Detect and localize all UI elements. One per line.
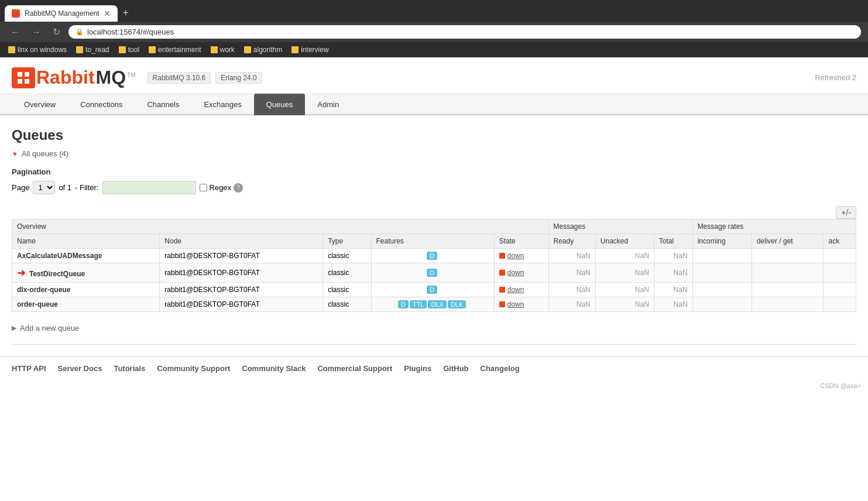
queue-unacked-cell: NaN — [595, 297, 654, 312]
footer-link-community-support[interactable]: Community Support — [157, 364, 230, 373]
regex-checkbox[interactable] — [200, 184, 207, 191]
queue-name-cell[interactable]: ➜TestDirectQueue — [12, 263, 160, 283]
state-down-indicator: down — [499, 269, 544, 277]
nav-connections[interactable]: Connections — [68, 94, 135, 115]
queue-name-link[interactable]: order-queue — [17, 300, 58, 308]
state-dot-icon — [499, 270, 505, 276]
version-badges: RabbitMQ 3.10.6 Erlang 24.0 — [147, 72, 262, 84]
nav-exchanges[interactable]: Exchanges — [191, 94, 253, 115]
queue-node-cell: rabbit1@DESKTOP-BGT0FAT — [160, 249, 323, 263]
bookmark-folder-icon — [244, 46, 251, 53]
back-button[interactable]: ← — [7, 26, 23, 39]
feature-tag[interactable]: DLK — [448, 300, 466, 308]
queue-rate-incoming-cell — [692, 263, 752, 283]
messages-group-header: Messages — [548, 219, 692, 234]
bookmark-linx[interactable]: linx on windows — [5, 44, 70, 55]
feature-tag[interactable]: D — [398, 300, 409, 308]
footer-link-changelog[interactable]: Changelog — [481, 364, 520, 373]
svg-rect-0 — [18, 72, 22, 77]
state-text[interactable]: down — [507, 252, 524, 260]
pagination-section: Pagination Page 1 of 1 - Filter: Regex ? — [12, 167, 856, 194]
regex-check: Regex ? — [200, 183, 243, 193]
queue-total-cell: NaN — [654, 263, 692, 283]
bookmarks-bar: linx on windows to_read tool entertainme… — [0, 42, 868, 57]
queues-table: Overview Messages Message rates Name Nod… — [12, 219, 856, 312]
queue-name-cell[interactable]: order-queue — [12, 297, 160, 312]
queue-name-cell[interactable]: dlx-order-queue — [12, 283, 160, 297]
nav-overview[interactable]: Overview — [12, 94, 68, 115]
queue-node-cell: rabbit1@DESKTOP-BGT0FAT — [160, 297, 323, 312]
queue-node-cell: rabbit1@DESKTOP-BGT0FAT — [160, 263, 323, 283]
regex-label: Regex — [210, 183, 232, 192]
browser-tab[interactable]: RabbitMQ Management ✕ — [5, 5, 118, 22]
nav-admin[interactable]: Admin — [305, 94, 351, 115]
address-bar: ← → ↻ 🔒 localhost:15674/#/queues — [0, 22, 868, 42]
footer-link-plugins[interactable]: Plugins — [404, 364, 431, 373]
url-bar[interactable]: 🔒 localhost:15674/#/queues — [68, 25, 861, 39]
add-queue-label: Add a new queue — [20, 324, 79, 332]
logo-rabbit: Rabbit — [36, 67, 95, 88]
page-select[interactable]: 1 — [33, 181, 55, 194]
col-name: Name — [12, 234, 160, 249]
queue-rate-incoming-cell — [692, 297, 752, 312]
feature-tag[interactable]: DLX — [428, 300, 446, 308]
queue-rate-deliver_get-cell — [752, 297, 824, 312]
footer-link-github[interactable]: GitHub — [443, 364, 468, 373]
all-queues-header[interactable]: ▼ All queues (4) — [12, 149, 856, 158]
state-text[interactable]: down — [507, 269, 524, 277]
logo-tm: TM — [127, 72, 135, 78]
bookmark-folder-icon — [119, 46, 126, 53]
new-tab-button[interactable]: + — [118, 5, 133, 22]
footer-link-community-slack[interactable]: Community Slack — [242, 364, 306, 373]
queue-features-cell: D — [371, 263, 494, 283]
footer-link-tutorials[interactable]: Tutorials — [114, 364, 145, 373]
reload-button[interactable]: ↻ — [49, 25, 64, 39]
bookmark-interview[interactable]: interview — [288, 44, 332, 55]
page-footer: HTTP APIServer DocsTutorialsCommunity Su… — [0, 356, 868, 380]
bookmark-tool[interactable]: tool — [115, 44, 143, 55]
bookmark-label: entertainment — [158, 46, 201, 54]
add-queue-toggle[interactable]: ▶ Add a new queue — [12, 324, 856, 332]
footer-link-http-api[interactable]: HTTP API — [12, 364, 46, 373]
plus-minus-button[interactable]: +/- — [836, 206, 856, 219]
table-row: AxCalculateUADMessagerabbit1@DESKTOP-BGT… — [12, 249, 856, 263]
state-text[interactable]: down — [507, 286, 524, 294]
queue-total-cell: NaN — [654, 283, 692, 297]
col-state: State — [494, 234, 548, 249]
feature-tag[interactable]: D — [427, 286, 437, 294]
pagination-label: Pagination — [12, 167, 856, 176]
nav-queues[interactable]: Queues — [254, 94, 306, 115]
queue-type-cell: classic — [323, 283, 371, 297]
queue-name-cell[interactable]: AxCalculateUADMessage — [12, 249, 160, 263]
tab-close-button[interactable]: ✕ — [104, 9, 111, 18]
footer-link-server-docs[interactable]: Server Docs — [58, 364, 102, 373]
queue-ready-cell: NaN — [548, 297, 595, 312]
col-features: Features — [371, 234, 494, 249]
nav-channels[interactable]: Channels — [135, 94, 191, 115]
queues-table-wrapper: +/- Overview Messages Message rates Name… — [12, 206, 856, 312]
bookmark-label: tool — [128, 46, 139, 54]
message-rates-group-header: Message rates — [692, 219, 856, 234]
help-badge[interactable]: ? — [234, 183, 243, 193]
bookmark-work[interactable]: work — [207, 44, 238, 55]
queue-name-link[interactable]: AxCalculateUADMessage — [17, 252, 102, 260]
queue-name-link[interactable]: dlx-order-queue — [17, 286, 70, 294]
bookmark-entertainment[interactable]: entertainment — [145, 44, 204, 55]
queue-type-cell: classic — [323, 249, 371, 263]
bookmark-algorithm[interactable]: algorithm — [241, 44, 286, 55]
queue-name-link[interactable]: TestDirectQueue — [29, 270, 85, 278]
state-down-indicator: down — [499, 252, 544, 260]
filter-label: - Filter: — [75, 183, 98, 192]
page-label: Page — [12, 183, 29, 192]
feature-tag[interactable]: D — [427, 252, 437, 260]
bookmark-folder-icon — [8, 46, 15, 53]
footer-link-commercial-support[interactable]: Commercial Support — [317, 364, 392, 373]
feature-tag[interactable]: D — [427, 269, 437, 277]
main-area: Queues ▼ All queues (4) Pagination Page … — [0, 115, 868, 356]
state-text[interactable]: down — [507, 300, 524, 308]
queue-node-cell: rabbit1@DESKTOP-BGT0FAT — [160, 283, 323, 297]
bookmark-to-read[interactable]: to_read — [73, 44, 113, 55]
feature-tag[interactable]: TTL — [410, 300, 427, 308]
forward-button[interactable]: → — [28, 26, 44, 39]
filter-input[interactable] — [102, 181, 196, 194]
